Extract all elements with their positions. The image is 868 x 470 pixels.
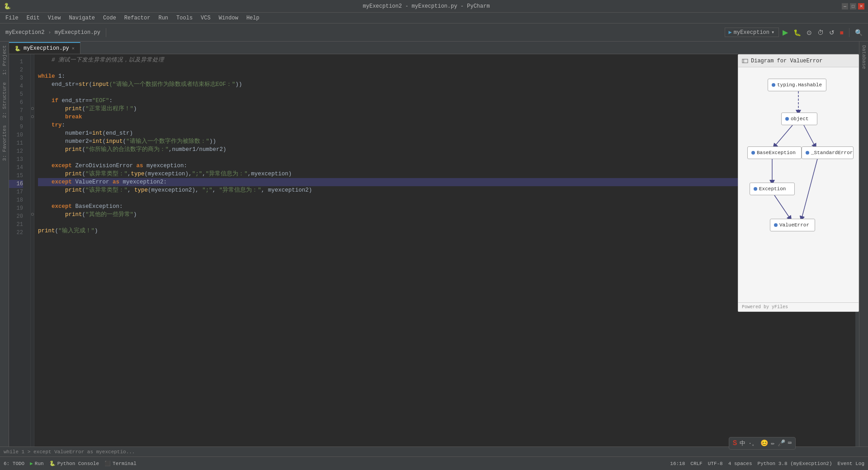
menu-refactor[interactable]: Refactor bbox=[121, 14, 154, 22]
python-console-button[interactable]: 🐍 Python Console bbox=[49, 461, 99, 466]
coverage-button[interactable]: ⊙ bbox=[805, 28, 814, 37]
code-line-5 bbox=[38, 89, 852, 97]
code-line-18 bbox=[38, 194, 852, 202]
project-label: myExecption2 bbox=[4, 29, 46, 36]
event-log-label: Event Log bbox=[838, 461, 864, 466]
menu-edit[interactable]: Edit bbox=[23, 14, 43, 22]
code-area[interactable]: # 测试一下发生异常的情况，以及异常处理 while 1: end_str=st… bbox=[34, 54, 855, 446]
uml-node-baseexception[interactable]: BaseException bbox=[747, 146, 802, 159]
ime-punct-icon[interactable]: ·。 bbox=[748, 439, 758, 447]
menu-file[interactable]: File bbox=[2, 14, 22, 22]
ime-pen-icon[interactable]: ✏️ bbox=[771, 439, 774, 447]
code-line-12: print("你所输入的合法数字的商为：",number1/number2) bbox=[38, 146, 852, 154]
code-line-19: except BaseException: bbox=[38, 202, 852, 211]
status-encoding: UTF-8 bbox=[708, 461, 723, 466]
search-everywhere-button[interactable]: 🔍 bbox=[853, 28, 864, 37]
editor-content[interactable]: 1 2 3 4 5 6 7 8 9 10 11 12 13 14 15 16 1 bbox=[9, 54, 859, 446]
menu-run[interactable]: Run bbox=[155, 14, 172, 22]
title-bar-title: myExecption2 - myExecption.py - PyCharm bbox=[11, 3, 842, 9]
run-button[interactable]: ▶ bbox=[781, 27, 790, 38]
status-indent: 4 spaces bbox=[728, 461, 752, 466]
stop-button[interactable]: ■ bbox=[838, 28, 845, 37]
sidebar-item-structure[interactable]: 2: Structure bbox=[1, 79, 8, 122]
python-console-label: Python Console bbox=[57, 461, 99, 466]
svg-line-4 bbox=[804, 125, 815, 146]
code-line-14: except ZeroDivisionError as myexception: bbox=[38, 162, 852, 170]
code-line-3: while 1: bbox=[38, 72, 852, 80]
status-bar-right: 16:18 CRLF UTF-8 4 spaces Python 3.8 (my… bbox=[670, 461, 832, 466]
todo-button[interactable]: 6: TODO bbox=[4, 461, 24, 466]
toolbar-sep1 bbox=[106, 28, 106, 37]
status-position: 16:18 bbox=[670, 461, 685, 466]
debug-button[interactable]: 🐛 bbox=[792, 28, 803, 37]
todo-label: 6: TODO bbox=[4, 461, 24, 466]
uml-node-hashable[interactable]: typing.Hashable bbox=[768, 79, 826, 91]
code-line-6: if end_str=="EOF": bbox=[38, 97, 852, 105]
ime-mic-icon[interactable]: 🎤 bbox=[778, 439, 785, 447]
diagram-header: Diagram for ValueError bbox=[738, 55, 859, 67]
uml-node-exception[interactable]: Exception bbox=[750, 183, 795, 195]
uml-node-standarderror[interactable]: _StandardError bbox=[802, 146, 854, 159]
profile-button[interactable]: ⏱ bbox=[816, 28, 826, 37]
uml-dot-exception bbox=[754, 187, 757, 191]
code-line-9: try: bbox=[38, 121, 852, 129]
uml-node-valueerror[interactable]: ValueError bbox=[770, 219, 815, 231]
bottom-bar: 6: TODO ▶ Run 🐍 Python Console ⬛ Termina… bbox=[0, 456, 868, 470]
sidebar-item-project[interactable]: 1: Project bbox=[1, 42, 8, 79]
run-config-selector[interactable]: ▶ myExecption ▾ bbox=[725, 28, 779, 37]
toolbar: myExecption2 › myExecption.py ▶ myExecpt… bbox=[0, 24, 868, 42]
svg-line-6 bbox=[802, 159, 817, 219]
minimize-button[interactable]: – bbox=[842, 3, 848, 9]
toolbar-sep2 bbox=[849, 28, 849, 37]
tab-bar: 🐍 myExecption.py ✕ bbox=[9, 42, 859, 54]
run-button-bottom[interactable]: ▶ Run bbox=[30, 461, 43, 466]
diagram-body: typing.Hashable object BaseException _St… bbox=[738, 67, 859, 302]
menu-vcs[interactable]: VCS bbox=[197, 14, 214, 22]
code-line-8: break bbox=[38, 113, 852, 121]
ime-keyboard-icon[interactable]: ⌨️ bbox=[788, 439, 792, 447]
main-layout: 1: Project 2: Structure 3: Favorites 🐍 m… bbox=[0, 42, 868, 446]
uml-dot-hashable bbox=[772, 83, 775, 87]
title-bar: 🐍 myExecption2 - myExecption.py - PyChar… bbox=[0, 0, 868, 13]
diagram-footer-text: Powered by yFiles bbox=[742, 305, 788, 310]
menu-code[interactable]: Code bbox=[99, 14, 120, 22]
left-sidebar: 1: Project 2: Structure 3: Favorites bbox=[0, 42, 9, 446]
code-line-16: except ValueError as myexception2: bbox=[38, 178, 852, 186]
sidebar-item-favorites[interactable]: 3: Favorites bbox=[1, 122, 8, 164]
menu-view[interactable]: View bbox=[44, 14, 65, 22]
run-config-label: myExecption bbox=[734, 29, 769, 36]
uml-dot-object bbox=[785, 117, 789, 121]
maximize-button[interactable]: □ bbox=[850, 3, 856, 9]
right-sidebar: Database bbox=[859, 42, 868, 446]
window-controls: – □ ✕ bbox=[842, 3, 864, 9]
tab-close-icon[interactable]: ✕ bbox=[72, 46, 75, 51]
sidebar-item-database[interactable]: Database bbox=[860, 42, 868, 73]
diagram-panel: Diagram for ValueError bbox=[738, 54, 859, 312]
ime-emoji-icon[interactable]: 😊 bbox=[760, 439, 768, 447]
event-log-button[interactable]: Event Log bbox=[838, 461, 864, 466]
rerun-button[interactable]: ↺ bbox=[827, 28, 836, 37]
menu-window[interactable]: Window bbox=[215, 14, 242, 22]
ime-zh-icon[interactable]: 中 bbox=[740, 439, 745, 447]
run-label: Run bbox=[35, 461, 44, 466]
tab-myexecption[interactable]: 🐍 myExecption.py ✕ bbox=[9, 42, 80, 54]
gutter: ○ ○ ○ bbox=[31, 54, 34, 446]
menu-tools[interactable]: Tools bbox=[173, 14, 196, 22]
title-bar-left: 🐍 bbox=[4, 3, 11, 10]
diagram-icon bbox=[742, 58, 748, 64]
code-line-11: number2=int(input("请输入一个数字作为被除数：")) bbox=[38, 137, 852, 146]
terminal-button[interactable]: ⬛ Terminal bbox=[104, 461, 137, 466]
code-line-15: print("该异常类型：",type(myexception),";","异常… bbox=[38, 170, 852, 178]
code-line-2 bbox=[38, 64, 852, 72]
status-crlf: CRLF bbox=[690, 461, 702, 466]
editor-container: 🐍 myExecption.py ✕ 1 2 3 4 5 6 7 8 9 bbox=[9, 42, 859, 446]
diagram-footer: Powered by yFiles bbox=[738, 302, 859, 311]
uml-node-object[interactable]: object bbox=[781, 113, 817, 125]
uml-dot-value bbox=[774, 223, 778, 227]
close-button[interactable]: ✕ bbox=[858, 3, 864, 9]
ime-s-icon[interactable]: S bbox=[733, 439, 737, 447]
svg-line-7 bbox=[774, 195, 790, 219]
svg-rect-0 bbox=[742, 59, 748, 63]
menu-navigate[interactable]: Navigate bbox=[65, 14, 99, 22]
menu-help[interactable]: Help bbox=[243, 14, 263, 22]
